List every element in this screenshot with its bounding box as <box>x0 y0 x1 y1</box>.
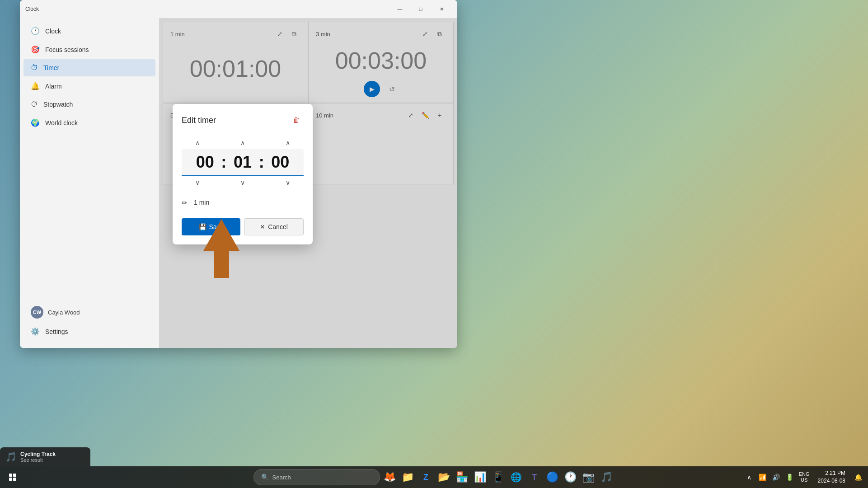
tray-battery[interactable]: 🔋 <box>784 471 796 483</box>
minutes-up-col: ∧ <box>227 136 258 149</box>
hours-up-col: ∧ <box>182 136 213 149</box>
minimize-button[interactable]: — <box>389 2 410 16</box>
seconds-down-col: ∨ <box>272 176 304 189</box>
cycling-notification[interactable]: 🎵 Cycling Track See result <box>0 447 90 466</box>
app-body: 🕐 Clock 🎯 Focus sessions ⏱ Timer 🔔 Alarm… <box>20 18 457 348</box>
start-button[interactable] <box>4 468 22 486</box>
cancel-label: Cancel <box>268 223 288 230</box>
user-avatar: CW <box>31 306 43 319</box>
taskbar-icon-edge[interactable]: 🌐 <box>508 469 525 485</box>
sidebar-item-stopwatch[interactable]: ⏱ Stopwatch <box>23 96 155 113</box>
taskbar-icon-files[interactable]: 📁 <box>400 469 416 485</box>
close-button[interactable]: ✕ <box>431 2 452 16</box>
sidebar-item-focus[interactable]: 🎯 Focus sessions <box>23 41 155 58</box>
modal-overlay: Edit timer 🗑 ∧ ∧ <box>159 18 457 348</box>
settings-label: Settings <box>45 328 68 335</box>
notif-subtitle: See result <box>20 457 56 463</box>
seconds-down-button[interactable]: ∨ <box>279 176 297 189</box>
taskbar-left <box>4 468 22 486</box>
time-display-row: 00 : 01 : 00 <box>182 149 304 176</box>
clock-time: 2:21 PM <box>825 469 845 477</box>
sidebar: 🕐 Clock 🎯 Focus sessions ⏱ Timer 🔔 Alarm… <box>20 18 159 348</box>
notif-title: Cycling Track <box>20 451 56 457</box>
hours-display[interactable]: 00 <box>189 153 221 172</box>
taskbar-icon-camera[interactable]: 📷 <box>581 469 597 485</box>
svg-rect-3 <box>13 474 16 477</box>
timer-name-input[interactable] <box>192 196 304 209</box>
modal-header: Edit timer 🗑 <box>182 113 304 127</box>
cancel-button[interactable]: ✕ Cancel <box>244 218 304 235</box>
title-bar: Clock — □ ✕ <box>20 0 457 18</box>
minutes-display[interactable]: 01 <box>226 153 258 172</box>
taskbar-icon-phone[interactable]: 📱 <box>490 469 507 485</box>
notification-center[interactable]: 🔔 <box>852 471 864 483</box>
delete-timer-button[interactable]: 🗑 <box>289 113 304 127</box>
timer-name-row: ✏ <box>182 196 304 209</box>
sidebar-item-clock[interactable]: 🕐 Clock <box>23 22 155 40</box>
taskbar-icon-music[interactable]: 🎵 <box>599 469 615 485</box>
notif-content: Cycling Track See result <box>20 451 56 463</box>
language-indicator: ENG US <box>797 471 812 483</box>
minutes-up-button[interactable]: ∧ <box>234 136 252 149</box>
modal-buttons: 💾 Save ✕ Cancel <box>182 218 304 235</box>
taskbar-right: ∧ 📶 🔊 🔋 ENG US 2:21 PM 2024-08-08 🔔 <box>743 469 864 485</box>
taskbar-icon-chrome[interactable]: 🔵 <box>544 469 561 485</box>
focus-icon: 🎯 <box>31 45 40 54</box>
save-icon: 💾 <box>199 223 206 230</box>
taskbar-icon-firefox[interactable]: 🦊 <box>382 469 398 485</box>
taskbar-icon-app1[interactable]: 📊 <box>472 469 488 485</box>
modal-title: Edit timer <box>182 116 216 125</box>
window-controls: — □ ✕ <box>389 2 452 16</box>
clock-app-window: Clock — □ ✕ 🕐 Clock 🎯 Focus sessions ⏱ T… <box>20 0 457 348</box>
maximize-button[interactable]: □ <box>410 2 431 16</box>
notif-music-icon: 🎵 <box>5 451 17 462</box>
taskbar-icon-clock[interactable]: 🕐 <box>563 469 579 485</box>
tray-network[interactable]: 📶 <box>756 471 769 483</box>
taskbar-icon-folder[interactable]: 📂 <box>436 469 452 485</box>
app-title: Clock <box>25 6 389 12</box>
hours-up-button[interactable]: ∧ <box>188 136 206 149</box>
system-clock[interactable]: 2:21 PM 2024-08-08 <box>814 469 849 485</box>
sidebar-item-timer[interactable]: ⏱ Timer <box>23 59 155 76</box>
time-picker-area: ∧ ∧ ∧ 00 <box>182 136 304 189</box>
timer-icon: ⏱ <box>31 64 38 72</box>
user-item[interactable]: CW Cayla Wood <box>23 302 155 322</box>
seconds-up-col: ∧ <box>272 136 304 149</box>
edit-timer-modal: Edit timer 🗑 ∧ ∧ <box>173 104 313 244</box>
seconds-display[interactable]: 00 <box>264 153 296 172</box>
taskbar-icon-teams[interactable]: T <box>526 469 543 485</box>
taskbar-search[interactable]: 🔍 Search <box>253 469 380 485</box>
taskbar-icon-zoom[interactable]: Z <box>418 469 434 485</box>
down-arrows-row: ∨ ∨ ∨ <box>182 176 304 189</box>
search-placeholder: Search <box>272 474 291 481</box>
alarm-icon: 🔔 <box>31 82 40 90</box>
stopwatch-label: Stopwatch <box>43 101 73 108</box>
clock-label: Clock <box>45 28 61 35</box>
name-edit-icon: ✏ <box>182 199 188 207</box>
main-content: 1 min ⤢ ⧉ 00:01:00 3 min <box>159 18 457 348</box>
svg-rect-2 <box>9 474 12 477</box>
stopwatch-icon: ⏱ <box>31 100 38 108</box>
hours-down-button[interactable]: ∨ <box>188 176 206 189</box>
worldclock-label: World clock <box>45 119 78 127</box>
hours-down-col: ∨ <box>182 176 213 189</box>
minutes-down-col: ∨ <box>227 176 258 189</box>
tray-chevron[interactable]: ∧ <box>743 471 755 483</box>
focus-label: Focus sessions <box>45 46 89 53</box>
sidebar-item-worldclock[interactable]: 🌍 World clock <box>23 114 155 131</box>
save-button[interactable]: 💾 Save <box>182 218 240 235</box>
tray-volume[interactable]: 🔊 <box>770 471 783 483</box>
timer-label: Timer <box>43 64 59 71</box>
region-text: US <box>799 477 810 483</box>
sidebar-item-alarm[interactable]: 🔔 Alarm <box>23 77 155 95</box>
sidebar-bottom: CW Cayla Wood ⚙️ Settings <box>20 298 159 344</box>
user-name: Cayla Wood <box>48 309 80 316</box>
colon2: : <box>259 153 264 172</box>
system-tray: ∧ 📶 🔊 🔋 ENG US <box>743 471 812 483</box>
sidebar-item-settings[interactable]: ⚙️ Settings <box>23 323 155 340</box>
seconds-up-button[interactable]: ∧ <box>279 136 297 149</box>
search-icon: 🔍 <box>261 474 269 481</box>
taskbar-icon-store[interactable]: 🏪 <box>454 469 470 485</box>
minutes-down-button[interactable]: ∨ <box>234 176 252 189</box>
worldclock-icon: 🌍 <box>31 118 40 127</box>
